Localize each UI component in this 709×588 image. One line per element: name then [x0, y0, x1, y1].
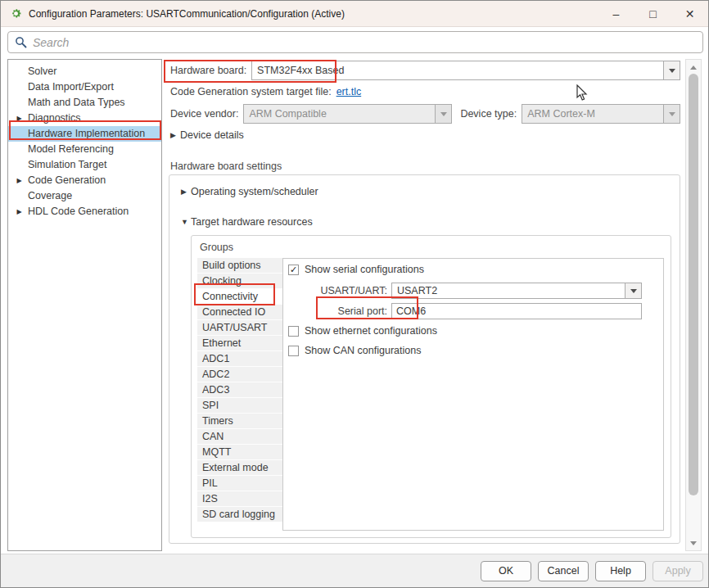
target-file-row: Code Generation system target file: ert.… — [170, 86, 680, 97]
serial-config-checkbox[interactable]: ✓ — [288, 265, 299, 275]
board-settings-header: Hardware board settings — [170, 161, 680, 172]
show-serial-config-row: ✓ Show serial configurations — [288, 264, 424, 275]
can-config-checkbox[interactable] — [288, 346, 299, 356]
device-type-select: ARM Cortex-M — [522, 104, 680, 124]
group-item-adc1[interactable]: ADC1 — [197, 351, 282, 367]
search-icon — [15, 36, 27, 48]
ethernet-config-label: Show ethernet configurations — [305, 325, 437, 337]
hardware-board-label: Hardware board: — [170, 65, 246, 76]
target-file-label: Code Generation system target file: — [170, 86, 332, 97]
sidebar-item-hdl-code-generation[interactable]: ▶HDL Code Generation — [8, 204, 161, 219]
group-item-external-mode[interactable]: External mode — [197, 460, 282, 476]
dropdown-arrow-icon[interactable] — [663, 61, 680, 79]
dialog-footer: OK Cancel Help Apply — [1, 554, 708, 587]
app-gear-icon — [9, 7, 22, 20]
hardware-board-row: Hardware board: STM32F4xx Based — [170, 61, 680, 80]
title-bar: Configuration Parameters: USARTCommunica… — [1, 1, 708, 27]
tree-expand-icon[interactable]: ▶ — [14, 173, 25, 188]
apply-button: Apply — [653, 561, 703, 581]
group-item-build-options[interactable]: Build options — [197, 258, 282, 274]
tree-expand-icon[interactable]: ▶ — [14, 111, 25, 126]
usart-row: USART/UART: USART2 — [285, 283, 642, 299]
usart-select[interactable]: USART2 — [391, 283, 642, 299]
window-title: Configuration Parameters: USARTCommunica… — [29, 8, 345, 20]
category-tree: Solver Data Import/Export Math and Data … — [7, 59, 162, 551]
dropdown-arrow-icon — [435, 105, 451, 123]
collapsed-arrow-icon[interactable]: ▶ — [170, 131, 180, 139]
minimize-button[interactable]: – — [598, 1, 634, 26]
group-item-connectivity[interactable]: Connectivity — [197, 289, 282, 305]
device-details-expander[interactable]: ▶ Device details — [170, 129, 680, 141]
target-hw-resources-expander[interactable]: ▼ Target hardware resources — [181, 216, 313, 228]
collapsed-arrow-icon[interactable]: ▶ — [181, 188, 191, 196]
groups-label: Groups — [200, 242, 233, 253]
cancel-button[interactable]: Cancel — [538, 561, 589, 581]
can-config-label: Show CAN configurations — [305, 345, 421, 356]
serial-port-input[interactable] — [391, 303, 642, 319]
ok-button[interactable]: OK — [481, 561, 531, 581]
group-item-ethernet[interactable]: Ethernet — [197, 336, 282, 351]
group-item-can[interactable]: CAN — [197, 429, 282, 445]
usart-label: USART/UART: — [285, 285, 391, 296]
sidebar-item-solver[interactable]: Solver — [8, 64, 161, 79]
main-pane: Hardware board: STM32F4xx Based Code Gen… — [169, 59, 682, 551]
device-type-label: Device type: — [460, 108, 517, 120]
device-row: Device vendor: ARM Compatible Device typ… — [170, 104, 680, 124]
scroll-up-icon[interactable] — [686, 61, 701, 73]
group-item-adc3[interactable]: ADC3 — [197, 382, 282, 398]
search-bar — [7, 31, 703, 53]
sidebar-item-data-import-export[interactable]: Data Import/Export — [8, 79, 161, 95]
configuration-parameters-window: Configuration Parameters: USARTCommunica… — [0, 0, 709, 588]
device-vendor-label: Device vendor: — [170, 108, 238, 120]
ethernet-config-checkbox[interactable] — [288, 326, 299, 337]
sidebar-item-coverage[interactable]: Coverage — [8, 188, 161, 204]
scroll-down-icon[interactable] — [686, 537, 701, 549]
tree-expand-icon[interactable]: ▶ — [14, 204, 25, 219]
sidebar-item-model-referencing[interactable]: Model Referencing — [8, 142, 161, 157]
dropdown-arrow-icon — [663, 105, 680, 123]
group-item-timers[interactable]: Timers — [197, 414, 282, 429]
serial-port-row: Serial port: — [285, 303, 642, 319]
board-settings-panel: ▶ Operating system/scheduler ▼ Target ha… — [169, 174, 680, 544]
group-item-pil[interactable]: PIL — [197, 476, 282, 491]
maximize-button[interactable]: □ — [634, 1, 671, 26]
sidebar-item-math-and-data-types[interactable]: Math and Data Types — [8, 95, 161, 111]
expanded-arrow-icon[interactable]: ▼ — [181, 218, 191, 226]
show-can-config-row: Show CAN configurations — [288, 345, 421, 356]
serial-config-label: Show serial configurations — [305, 264, 424, 275]
vertical-scrollbar[interactable] — [685, 59, 702, 551]
search-input[interactable] — [33, 36, 702, 49]
close-button[interactable]: ✕ — [671, 1, 708, 26]
group-item-sd-card-logging[interactable]: SD card logging — [197, 507, 282, 522]
group-item-connected-io[interactable]: Connected IO — [197, 305, 282, 320]
dropdown-arrow-icon[interactable] — [625, 283, 641, 298]
device-vendor-select: ARM Compatible — [243, 104, 452, 124]
sidebar-item-code-generation[interactable]: ▶Code Generation — [8, 173, 161, 188]
ert-tlc-link[interactable]: ert.tlc — [336, 86, 362, 97]
groups-list: Build options Clocking Connectivity Conn… — [197, 258, 282, 522]
group-item-mqtt[interactable]: MQTT — [197, 445, 282, 460]
group-item-adc2[interactable]: ADC2 — [197, 367, 282, 382]
hardware-board-select[interactable]: STM32F4xx Based — [251, 61, 680, 80]
group-item-uart-usart[interactable]: UART/USART — [197, 320, 282, 336]
sidebar-item-simulation-target[interactable]: Simulation Target — [8, 157, 161, 173]
help-button[interactable]: Help — [595, 561, 646, 581]
group-item-clocking[interactable]: Clocking — [197, 274, 282, 289]
device-details-label: Device details — [180, 129, 244, 141]
connectivity-settings-panel: ✓ Show serial configurations USART/UART:… — [282, 258, 664, 531]
show-ethernet-config-row: Show ethernet configurations — [288, 325, 437, 337]
target-hw-resources-panel: Groups Build options Clocking Connectivi… — [191, 235, 671, 538]
scrollbar-thumb[interactable] — [689, 74, 698, 495]
serial-port-label: Serial port: — [285, 305, 391, 317]
group-item-spi[interactable]: SPI — [197, 398, 282, 414]
group-item-i2s[interactable]: I2S — [197, 491, 282, 507]
sidebar-item-diagnostics[interactable]: ▶Diagnostics — [8, 111, 161, 126]
sidebar-item-hardware-implementation[interactable]: Hardware Implementation — [8, 126, 161, 142]
os-scheduler-expander[interactable]: ▶ Operating system/scheduler — [181, 186, 318, 197]
